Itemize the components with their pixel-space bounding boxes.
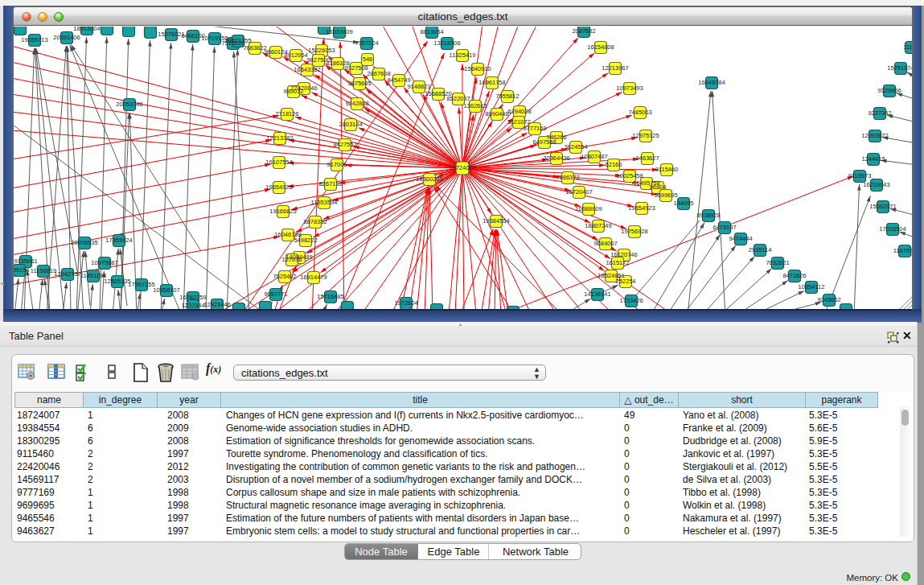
svg-text:19654923: 19654923	[628, 204, 655, 212]
svg-text:252254: 252254	[615, 278, 635, 285]
svg-text:10973493: 10973493	[616, 84, 643, 92]
svg-text:9327508: 9327508	[344, 64, 368, 72]
svg-text:16107554: 16107554	[265, 159, 292, 166]
svg-text:989012: 989012	[283, 88, 303, 95]
svg-text:16961758: 16961758	[478, 79, 505, 86]
svg-text:2087682: 2087682	[572, 27, 595, 35]
svg-text:1362615: 1362615	[463, 102, 487, 109]
svg-text:14136141: 14136141	[584, 290, 610, 298]
svg-text:16210643: 16210643	[863, 181, 889, 188]
svg-text:19055713: 19055713	[21, 36, 47, 43]
svg-text:9657771: 9657771	[264, 290, 287, 298]
svg-text:10958107: 10958107	[153, 286, 179, 294]
svg-text:8267130: 8267130	[318, 180, 342, 187]
svg-text:546: 546	[363, 56, 373, 63]
svg-text:10688609: 10688609	[575, 205, 602, 212]
svg-text:6479197: 6479197	[713, 224, 736, 231]
svg-text:5498222: 5498222	[294, 237, 317, 244]
svg-text:1167533: 1167533	[893, 247, 912, 254]
svg-text:8990448: 8990448	[485, 110, 508, 117]
svg-text:144095: 144095	[673, 200, 693, 207]
svg-text:18807249: 18807249	[585, 222, 611, 229]
svg-text:9699695: 9699695	[654, 192, 677, 199]
svg-text:11156819: 11156819	[31, 267, 56, 274]
svg-text:3875685: 3875685	[347, 80, 371, 87]
svg-text:11353594: 11353594	[311, 199, 338, 206]
svg-text:18724007: 18724007	[449, 164, 475, 171]
svg-text:16543382: 16543382	[294, 66, 320, 73]
svg-text:16120746: 16120746	[610, 251, 637, 258]
svg-text:9684067: 9684067	[593, 240, 617, 247]
svg-text:19384554: 19384554	[483, 217, 509, 225]
svg-text:939154: 939154	[14, 266, 30, 274]
svg-text:17359924: 17359924	[105, 237, 132, 244]
svg-text:9474444: 9474444	[729, 235, 752, 242]
svg-text:1733426: 1733426	[619, 297, 643, 304]
svg-text:8912954: 8912954	[284, 51, 307, 59]
svg-text:1972604: 1972604	[394, 299, 417, 307]
svg-text:16914479: 16914479	[300, 274, 326, 281]
svg-text:9245652: 9245652	[817, 296, 840, 303]
svg-text:7485063: 7485063	[628, 109, 651, 116]
svg-text:19166825: 19166825	[269, 208, 296, 215]
svg-text:96804: 96804	[650, 183, 667, 191]
svg-text:13218506: 13218506	[433, 39, 460, 47]
svg-text:12923446: 12923446	[203, 301, 230, 308]
svg-text:8938928: 8938928	[696, 212, 720, 219]
svg-text:2935114: 2935114	[749, 246, 772, 253]
svg-text:9463627: 9463627	[635, 154, 659, 162]
svg-text:7955812: 7955812	[495, 93, 519, 100]
svg-text:9115460: 9115460	[655, 166, 679, 173]
svg-text:15692971: 15692971	[869, 203, 896, 210]
svg-text:2803144: 2803144	[339, 121, 362, 128]
svg-text:1232344: 1232344	[181, 302, 204, 309]
svg-text:7632621: 7632621	[766, 259, 789, 266]
svg-text:12505135: 12505135	[104, 278, 130, 285]
svg-text:7357224: 7357224	[355, 39, 378, 47]
svg-text:9777169: 9777169	[523, 125, 546, 132]
svg-text:12975125: 12975125	[632, 132, 659, 139]
svg-text:3824554: 3824554	[564, 143, 587, 150]
svg-text:9242848: 9242848	[345, 100, 368, 107]
svg-text:9227342: 9227342	[868, 109, 891, 117]
svg-text:15640910: 15640910	[464, 65, 491, 72]
svg-text:12213382: 12213382	[266, 134, 293, 142]
svg-text:20206535: 20206535	[71, 239, 97, 246]
svg-text:18300295: 18300295	[416, 175, 442, 183]
svg-text:16782759: 16782759	[179, 294, 206, 301]
svg-text:19654925: 19654925	[265, 183, 292, 191]
svg-text:8878332: 8878332	[303, 218, 326, 225]
svg-text:19756928: 19756928	[621, 228, 647, 235]
svg-text:17016504: 17016504	[879, 225, 906, 233]
svg-text:16671355: 16671355	[224, 37, 251, 44]
svg-text:9135061: 9135061	[14, 257, 37, 265]
svg-text:11123: 11123	[903, 43, 912, 51]
svg-text:20364436: 20364436	[543, 154, 569, 162]
svg-text:18513004: 18513004	[73, 27, 100, 32]
svg-text:15720407: 15720407	[565, 188, 592, 196]
svg-text:15226053: 15226053	[308, 47, 335, 54]
svg-text:15751074: 15751074	[887, 64, 912, 72]
svg-text:12942737: 12942737	[54, 270, 80, 278]
svg-text:16033809: 16033809	[326, 28, 352, 35]
svg-text:6794028: 6794028	[507, 108, 531, 115]
svg-text:10025458: 10025458	[616, 172, 643, 179]
svg-text:746266: 746266	[546, 134, 566, 141]
svg-text:15716485: 15716485	[317, 293, 343, 300]
svg-text:8427552: 8427552	[333, 141, 356, 148]
svg-text:16154808: 16154808	[587, 43, 614, 51]
svg-text:10654112: 10654112	[799, 283, 825, 290]
svg-text:8522037: 8522037	[446, 95, 470, 102]
svg-text:12093872: 12093872	[861, 132, 888, 139]
svg-text:8813054: 8813054	[420, 28, 443, 35]
svg-text:11325419: 11325419	[450, 51, 476, 59]
svg-text:12213967: 12213967	[602, 64, 628, 72]
svg-text:17957255: 17957255	[128, 281, 154, 288]
svg-text:10975887: 10975887	[91, 259, 117, 266]
svg-text:9146821: 9146821	[407, 83, 430, 90]
svg-text:9115973: 9115973	[848, 172, 872, 179]
svg-text:20691406: 20691406	[53, 34, 80, 41]
svg-text:1244415: 1244415	[861, 155, 885, 163]
svg-text:2718126: 2718126	[275, 110, 298, 117]
svg-text:1615172: 1615172	[606, 259, 629, 266]
